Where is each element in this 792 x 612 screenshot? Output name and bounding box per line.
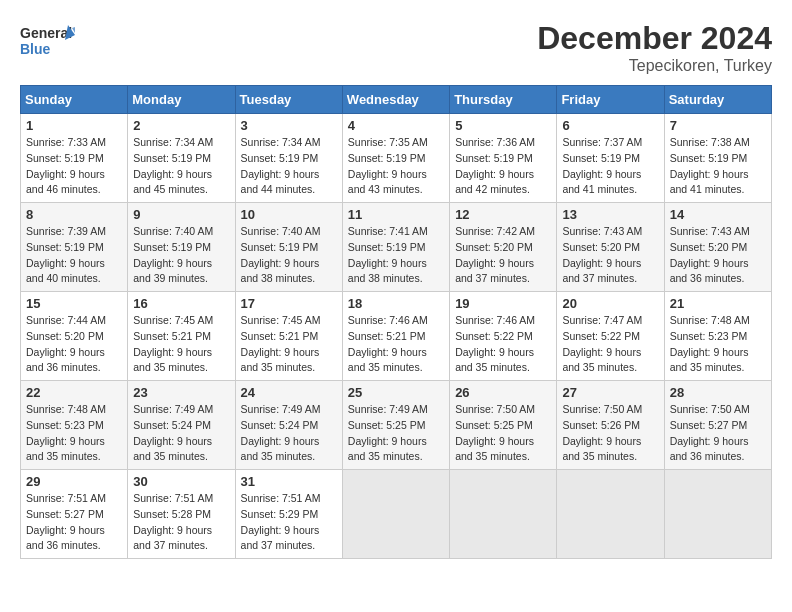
- day-number: 19: [455, 296, 551, 311]
- day-number: 22: [26, 385, 122, 400]
- day-info: Sunrise: 7:42 AM Sunset: 5:20 PM Dayligh…: [455, 224, 551, 287]
- logo-icon: General Blue: [20, 20, 70, 60]
- day-info: Sunrise: 7:47 AM Sunset: 5:22 PM Dayligh…: [562, 313, 658, 376]
- table-row: 26Sunrise: 7:50 AM Sunset: 5:25 PM Dayli…: [450, 381, 557, 470]
- day-number: 20: [562, 296, 658, 311]
- day-number: 24: [241, 385, 337, 400]
- calendar-week-row: 22Sunrise: 7:48 AM Sunset: 5:23 PM Dayli…: [21, 381, 772, 470]
- table-row: 17Sunrise: 7:45 AM Sunset: 5:21 PM Dayli…: [235, 292, 342, 381]
- table-row: [664, 470, 771, 559]
- table-row: 9Sunrise: 7:40 AM Sunset: 5:19 PM Daylig…: [128, 203, 235, 292]
- table-row: 3Sunrise: 7:34 AM Sunset: 5:19 PM Daylig…: [235, 114, 342, 203]
- table-row: 23Sunrise: 7:49 AM Sunset: 5:24 PM Dayli…: [128, 381, 235, 470]
- day-info: Sunrise: 7:50 AM Sunset: 5:25 PM Dayligh…: [455, 402, 551, 465]
- day-number: 3: [241, 118, 337, 133]
- calendar-table: Sunday Monday Tuesday Wednesday Thursday…: [20, 85, 772, 559]
- table-row: 25Sunrise: 7:49 AM Sunset: 5:25 PM Dayli…: [342, 381, 449, 470]
- col-tuesday: Tuesday: [235, 86, 342, 114]
- col-monday: Monday: [128, 86, 235, 114]
- day-number: 6: [562, 118, 658, 133]
- table-row: [557, 470, 664, 559]
- day-number: 28: [670, 385, 766, 400]
- day-number: 17: [241, 296, 337, 311]
- day-info: Sunrise: 7:39 AM Sunset: 5:19 PM Dayligh…: [26, 224, 122, 287]
- day-number: 8: [26, 207, 122, 222]
- calendar-week-row: 29Sunrise: 7:51 AM Sunset: 5:27 PM Dayli…: [21, 470, 772, 559]
- day-info: Sunrise: 7:33 AM Sunset: 5:19 PM Dayligh…: [26, 135, 122, 198]
- day-number: 5: [455, 118, 551, 133]
- day-number: 16: [133, 296, 229, 311]
- day-number: 11: [348, 207, 444, 222]
- day-number: 12: [455, 207, 551, 222]
- title-location: Tepecikoren, Turkey: [537, 57, 772, 75]
- title-month: December 2024: [537, 20, 772, 57]
- table-row: 19Sunrise: 7:46 AM Sunset: 5:22 PM Dayli…: [450, 292, 557, 381]
- page-container: General Blue December 2024 Tepecikoren, …: [20, 20, 772, 559]
- day-info: Sunrise: 7:43 AM Sunset: 5:20 PM Dayligh…: [670, 224, 766, 287]
- calendar-header-row: Sunday Monday Tuesday Wednesday Thursday…: [21, 86, 772, 114]
- calendar-week-row: 15Sunrise: 7:44 AM Sunset: 5:20 PM Dayli…: [21, 292, 772, 381]
- day-info: Sunrise: 7:49 AM Sunset: 5:25 PM Dayligh…: [348, 402, 444, 465]
- day-info: Sunrise: 7:51 AM Sunset: 5:27 PM Dayligh…: [26, 491, 122, 554]
- table-row: 21Sunrise: 7:48 AM Sunset: 5:23 PM Dayli…: [664, 292, 771, 381]
- table-row: 14Sunrise: 7:43 AM Sunset: 5:20 PM Dayli…: [664, 203, 771, 292]
- day-number: 14: [670, 207, 766, 222]
- table-row: 8Sunrise: 7:39 AM Sunset: 5:19 PM Daylig…: [21, 203, 128, 292]
- table-row: 30Sunrise: 7:51 AM Sunset: 5:28 PM Dayli…: [128, 470, 235, 559]
- table-row: 28Sunrise: 7:50 AM Sunset: 5:27 PM Dayli…: [664, 381, 771, 470]
- day-number: 26: [455, 385, 551, 400]
- table-row: 1Sunrise: 7:33 AM Sunset: 5:19 PM Daylig…: [21, 114, 128, 203]
- day-info: Sunrise: 7:34 AM Sunset: 5:19 PM Dayligh…: [133, 135, 229, 198]
- day-info: Sunrise: 7:41 AM Sunset: 5:19 PM Dayligh…: [348, 224, 444, 287]
- day-info: Sunrise: 7:35 AM Sunset: 5:19 PM Dayligh…: [348, 135, 444, 198]
- table-row: 11Sunrise: 7:41 AM Sunset: 5:19 PM Dayli…: [342, 203, 449, 292]
- table-row: 31Sunrise: 7:51 AM Sunset: 5:29 PM Dayli…: [235, 470, 342, 559]
- table-row: 5Sunrise: 7:36 AM Sunset: 5:19 PM Daylig…: [450, 114, 557, 203]
- day-number: 10: [241, 207, 337, 222]
- calendar-week-row: 8Sunrise: 7:39 AM Sunset: 5:19 PM Daylig…: [21, 203, 772, 292]
- table-row: 10Sunrise: 7:40 AM Sunset: 5:19 PM Dayli…: [235, 203, 342, 292]
- day-info: Sunrise: 7:40 AM Sunset: 5:19 PM Dayligh…: [241, 224, 337, 287]
- day-info: Sunrise: 7:46 AM Sunset: 5:22 PM Dayligh…: [455, 313, 551, 376]
- svg-text:Blue: Blue: [20, 41, 51, 57]
- day-number: 9: [133, 207, 229, 222]
- day-number: 29: [26, 474, 122, 489]
- table-row: 4Sunrise: 7:35 AM Sunset: 5:19 PM Daylig…: [342, 114, 449, 203]
- table-row: 16Sunrise: 7:45 AM Sunset: 5:21 PM Dayli…: [128, 292, 235, 381]
- day-number: 2: [133, 118, 229, 133]
- svg-text:General: General: [20, 25, 72, 41]
- header: General Blue December 2024 Tepecikoren, …: [20, 20, 772, 75]
- day-number: 7: [670, 118, 766, 133]
- table-row: [342, 470, 449, 559]
- table-row: 27Sunrise: 7:50 AM Sunset: 5:26 PM Dayli…: [557, 381, 664, 470]
- day-info: Sunrise: 7:38 AM Sunset: 5:19 PM Dayligh…: [670, 135, 766, 198]
- col-sunday: Sunday: [21, 86, 128, 114]
- day-info: Sunrise: 7:40 AM Sunset: 5:19 PM Dayligh…: [133, 224, 229, 287]
- table-row: 18Sunrise: 7:46 AM Sunset: 5:21 PM Dayli…: [342, 292, 449, 381]
- day-info: Sunrise: 7:34 AM Sunset: 5:19 PM Dayligh…: [241, 135, 337, 198]
- day-number: 30: [133, 474, 229, 489]
- day-number: 15: [26, 296, 122, 311]
- day-info: Sunrise: 7:45 AM Sunset: 5:21 PM Dayligh…: [133, 313, 229, 376]
- title-block: December 2024 Tepecikoren, Turkey: [537, 20, 772, 75]
- table-row: 13Sunrise: 7:43 AM Sunset: 5:20 PM Dayli…: [557, 203, 664, 292]
- day-number: 21: [670, 296, 766, 311]
- day-info: Sunrise: 7:48 AM Sunset: 5:23 PM Dayligh…: [670, 313, 766, 376]
- day-info: Sunrise: 7:36 AM Sunset: 5:19 PM Dayligh…: [455, 135, 551, 198]
- day-info: Sunrise: 7:48 AM Sunset: 5:23 PM Dayligh…: [26, 402, 122, 465]
- day-info: Sunrise: 7:37 AM Sunset: 5:19 PM Dayligh…: [562, 135, 658, 198]
- day-info: Sunrise: 7:46 AM Sunset: 5:21 PM Dayligh…: [348, 313, 444, 376]
- day-info: Sunrise: 7:51 AM Sunset: 5:29 PM Dayligh…: [241, 491, 337, 554]
- logo: General Blue: [20, 20, 75, 60]
- calendar-week-row: 1Sunrise: 7:33 AM Sunset: 5:19 PM Daylig…: [21, 114, 772, 203]
- day-info: Sunrise: 7:49 AM Sunset: 5:24 PM Dayligh…: [133, 402, 229, 465]
- day-info: Sunrise: 7:50 AM Sunset: 5:27 PM Dayligh…: [670, 402, 766, 465]
- day-info: Sunrise: 7:45 AM Sunset: 5:21 PM Dayligh…: [241, 313, 337, 376]
- day-number: 4: [348, 118, 444, 133]
- table-row: [450, 470, 557, 559]
- day-info: Sunrise: 7:44 AM Sunset: 5:20 PM Dayligh…: [26, 313, 122, 376]
- day-number: 27: [562, 385, 658, 400]
- col-thursday: Thursday: [450, 86, 557, 114]
- col-wednesday: Wednesday: [342, 86, 449, 114]
- col-saturday: Saturday: [664, 86, 771, 114]
